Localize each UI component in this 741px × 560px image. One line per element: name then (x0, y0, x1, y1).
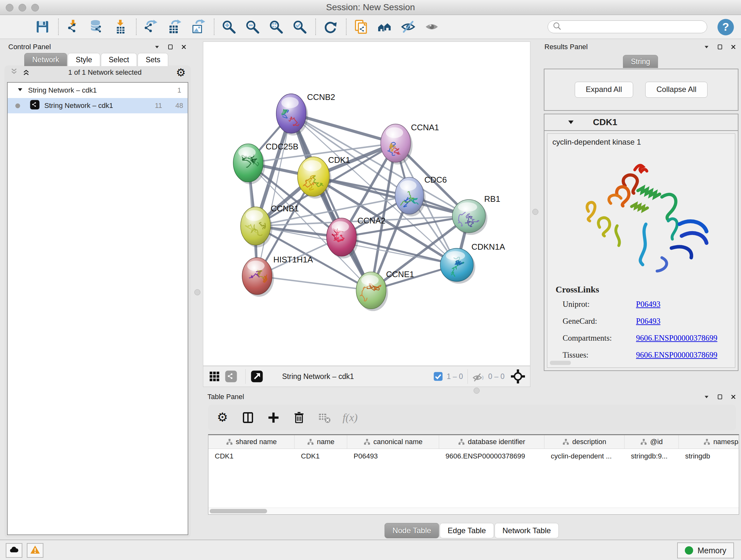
zoom-selected-button[interactable] (290, 17, 309, 36)
selected-checkbox-icon[interactable] (433, 372, 443, 381)
export-network-button[interactable] (142, 17, 160, 36)
tab-network-table[interactable]: Network Table (495, 523, 559, 538)
left-splitter-grip[interactable] (194, 289, 200, 295)
table-cell[interactable]: stringdb:9... (624, 449, 679, 463)
tab-string[interactable]: String (623, 55, 658, 68)
search-input[interactable] (564, 22, 707, 31)
column-header-database-identifier[interactable]: database identifier (439, 435, 544, 449)
table-add-icon[interactable] (266, 410, 281, 425)
open-file-button[interactable] (10, 17, 28, 36)
import-table-button[interactable] (111, 17, 130, 36)
detach-view-icon[interactable] (250, 370, 264, 383)
network-node-RB1[interactable] (452, 199, 487, 235)
column-header-canonical-name[interactable]: canonical name (347, 435, 439, 449)
close-panel-icon[interactable] (730, 394, 737, 400)
collapse-all-button[interactable]: Collapse All (645, 82, 708, 98)
warnings-button[interactable] (27, 543, 44, 558)
zoom-out-button[interactable] (243, 17, 262, 36)
memory-button[interactable]: Memory (677, 543, 734, 558)
table-cell[interactable]: P06493 (347, 449, 439, 463)
float-panel-icon[interactable] (717, 44, 723, 50)
collection-expander-icon[interactable] (17, 86, 23, 95)
network-view-icon[interactable] (224, 370, 238, 383)
tab-node-table[interactable]: Node Table (385, 523, 439, 538)
expand-all-networks-icon[interactable] (22, 67, 34, 78)
network-node-CCNB1[interactable] (241, 207, 273, 247)
network-node-CDKN1A[interactable] (441, 248, 475, 284)
grid-view-icon[interactable] (208, 370, 221, 383)
hidden-eye-icon[interactable] (472, 372, 484, 381)
save-session-button[interactable] (33, 17, 52, 36)
network-node-CCNA2[interactable] (327, 218, 358, 259)
show-all-button[interactable] (422, 17, 441, 36)
network-row-selected[interactable]: String Network – cdk1 11 48 (8, 98, 188, 113)
import-network-database-button[interactable] (87, 17, 106, 36)
table-cell[interactable]: stringdb (679, 449, 739, 463)
network-node-HIST1H1A[interactable] (242, 258, 274, 297)
refresh-button[interactable] (321, 17, 340, 36)
panel-menu-icon[interactable] (703, 44, 710, 50)
crosslink-link[interactable]: 9606.ENSP00000378699 (636, 334, 718, 343)
zoom-fit-button[interactable] (267, 17, 285, 36)
column-header-name[interactable]: name (294, 435, 347, 449)
table-delete-row-icon[interactable] (292, 410, 307, 425)
table-cell[interactable]: CDK1 (208, 449, 294, 463)
table-row[interactable]: CDK1CDK1P064939606.ENSP00000378699cyclin… (208, 449, 739, 463)
right-splitter-grip[interactable] (532, 209, 538, 215)
network-collection-row[interactable]: String Network – cdk1 1 (8, 83, 188, 98)
network-node-CDC6[interactable] (395, 177, 426, 216)
search-icon (552, 21, 562, 32)
network-options-gear-icon[interactable]: ⚙ (176, 67, 186, 78)
crosslink-label: Compartments: (556, 334, 636, 343)
close-panel-icon[interactable] (181, 44, 187, 50)
export-table-button[interactable] (165, 17, 184, 36)
tab-edge-table[interactable]: Edge Table (440, 523, 494, 538)
panel-menu-icon[interactable] (154, 44, 160, 50)
crosslink-link[interactable]: 9606.ENSP00000378699 (636, 351, 718, 360)
search-box[interactable] (548, 20, 707, 33)
tab-network[interactable]: Network (24, 53, 67, 66)
zoom-in-button[interactable] (219, 17, 238, 36)
network-node-CCNE1[interactable] (356, 272, 388, 311)
collapse-all-networks-icon[interactable] (10, 67, 22, 78)
float-panel-icon[interactable] (167, 44, 174, 50)
tab-select[interactable]: Select (101, 53, 137, 66)
crosslink-link[interactable]: P06493 (636, 300, 660, 309)
first-neighbors-button[interactable] (375, 17, 394, 36)
hide-selected-button[interactable] (399, 17, 417, 36)
crosslink-link[interactable]: P06493 (636, 317, 660, 326)
column-header-description[interactable]: description (544, 435, 624, 449)
export-image-button[interactable] (189, 17, 207, 36)
table-columns-icon[interactable] (241, 410, 255, 425)
column-header-namespace[interactable]: namespace (679, 435, 739, 449)
section-header[interactable]: CDK1 (544, 114, 738, 131)
table-cell[interactable]: cyclin-dependent ... (544, 449, 624, 463)
scrollbar-thumb[interactable] (210, 509, 267, 513)
table-cell[interactable]: CDK1 (294, 449, 347, 463)
close-panel-icon[interactable] (730, 44, 737, 50)
cloud-status-button[interactable] (6, 543, 22, 558)
network-canvas[interactable]: CCNB2CCNA1CDC25BCDK1CDC6RB1CCNB1CCNA2CDK… (203, 42, 530, 366)
birdseye-navigator-icon[interactable] (510, 369, 526, 384)
expand-all-button[interactable]: Expand All (575, 82, 633, 98)
panel-menu-icon[interactable] (703, 394, 710, 400)
network-graph[interactable]: CCNB2CCNA1CDC25BCDK1CDC6RB1CCNB1CCNA2CDK… (203, 42, 530, 366)
table-horizontal-scrollbar[interactable] (208, 508, 739, 514)
column-header-shared-name[interactable]: shared name (208, 435, 294, 449)
table-cell[interactable]: 9606.ENSP00000378699 (439, 449, 544, 463)
copy-network-button[interactable] (352, 17, 370, 36)
import-network-button[interactable] (64, 17, 82, 36)
crosslinks-scrollbar[interactable] (550, 361, 571, 365)
tab-style[interactable]: Style (68, 53, 100, 66)
horizontal-splitter-grip[interactable] (474, 388, 480, 394)
float-panel-icon[interactable] (717, 394, 723, 400)
network-edge[interactable] (257, 276, 371, 291)
table-gear-icon[interactable]: ⚙ (215, 410, 230, 425)
tab-sets[interactable]: Sets (138, 53, 168, 66)
network-node-CCNB2[interactable] (276, 94, 308, 136)
network-node-CDK1[interactable] (297, 157, 331, 199)
column-header--id[interactable]: @id (624, 435, 679, 449)
section-expander-icon[interactable] (567, 119, 575, 126)
network-edge[interactable] (257, 114, 291, 276)
help-button[interactable]: ? (717, 18, 735, 36)
